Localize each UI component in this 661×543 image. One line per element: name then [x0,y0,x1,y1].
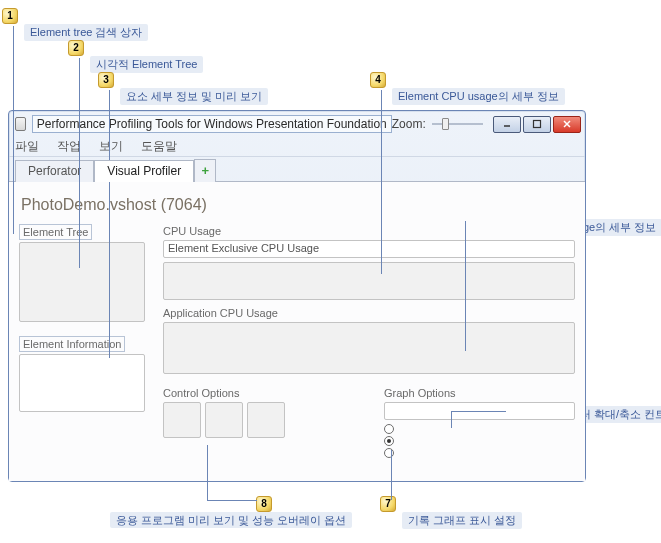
leader-5 [465,221,466,351]
app-window: Performance Profiling Tools for Windows … [8,110,586,482]
callout-num-7: 7 [380,496,396,512]
callout-3-text: 요소 세부 정보 및 미리 보기 [120,88,268,105]
element-exclusive-cpu-label: Element Exclusive CPU Usage [168,242,319,254]
callout-4-label: Element CPU usage의 세부 정보 [392,88,565,105]
tabstrip: Perforator Visual Profiler + [9,157,585,181]
process-title: PhotoDemo.vshost (7064) [21,196,575,214]
client-area: PhotoDemo.vshost (7064) Element Tree Ele… [9,181,585,481]
callout-2-text: 시각적 Element Tree [90,56,203,73]
callout-3: 3 [98,72,118,88]
callout-1-label: Element tree 검색 상자 [24,24,148,41]
svg-rect-1 [534,121,541,128]
leader-7 [391,450,392,500]
control-option-1[interactable] [163,402,201,438]
graph-radio-2[interactable] [384,436,394,446]
callout-2-label: 시각적 Element Tree [90,56,203,73]
callout-8-text: 응용 프로그램 미리 보기 및 성능 오버레이 옵션 [110,512,352,528]
callout-1: 1 [2,8,22,24]
callout-7-label: 기록 그래프 표시 설정 [402,512,522,529]
leader-4 [381,90,382,274]
maximize-button[interactable] [523,116,551,133]
menu-view[interactable]: 보기 [99,138,123,155]
titlebar: Performance Profiling Tools for Windows … [9,111,585,137]
callout-4: 4 [370,72,390,88]
leader-6v [451,411,452,428]
control-options-label: Control Options [163,386,239,400]
menubar: 파일 작업 보기 도움말 [9,137,585,157]
callout-7-text: 기록 그래프 표시 설정 [402,512,522,529]
callout-num-1: 1 [2,8,18,24]
leader-3 [109,90,110,358]
graph-radio-group [384,424,575,458]
callout-num-3: 3 [98,72,114,88]
app-cpu-label: Application CPU Usage [163,306,278,320]
callout-num-4: 4 [370,72,386,88]
graph-radio-3[interactable] [384,448,394,458]
menu-actions[interactable]: 작업 [57,138,81,155]
tab-visual-profiler-label: Visual Profiler [107,164,181,178]
callout-4-text: Element CPU usage의 세부 정보 [392,88,565,105]
cpu-usage-label: CPU Usage [163,224,221,238]
control-option-3[interactable] [247,402,285,438]
callout-num-8: 8 [256,496,272,512]
leader-8h [207,500,257,501]
menu-help[interactable]: 도움말 [141,138,177,155]
callout-num-2: 2 [68,40,84,56]
callout-1-text: Element tree 검색 상자 [24,24,148,41]
window-title: Performance Profiling Tools for Windows … [32,115,392,133]
graph-radio-1[interactable] [384,424,394,434]
leader-6h [451,411,506,412]
element-tree-label: Element Tree [19,224,92,240]
leader-8v [207,445,208,500]
minimize-button[interactable] [493,116,521,133]
element-cpu-graph [163,262,575,300]
tab-perforator[interactable]: Perforator [15,160,94,182]
menu-file[interactable]: 파일 [15,138,39,155]
app-cpu-graph [163,322,575,374]
zoom-slider[interactable] [432,118,483,130]
tab-perforator-label: Perforator [28,164,81,178]
tab-visual-profiler[interactable]: Visual Profiler [94,160,194,182]
element-info-box [19,354,145,412]
system-icon [15,117,26,131]
callout-8-label: 응용 프로그램 미리 보기 및 성능 오버레이 옵션 [110,512,352,528]
callout-8: 8 [256,496,276,512]
close-button[interactable] [553,116,581,133]
callout-7: 7 [380,496,400,512]
callout-3-label: 요소 세부 정보 및 미리 보기 [120,88,268,105]
tab-add[interactable]: + [194,159,216,182]
zoom-label: Zoom: [392,117,426,131]
zoom-thumb[interactable] [442,118,449,130]
element-tree-box[interactable] [19,242,145,322]
plus-icon: + [201,163,209,178]
leader-1 [13,26,14,234]
element-exclusive-cpu-box[interactable]: Element Exclusive CPU Usage [163,240,575,258]
leader-2 [79,58,80,268]
callout-2: 2 [68,40,88,56]
graph-options-label: Graph Options [384,386,456,400]
control-option-2[interactable] [205,402,243,438]
